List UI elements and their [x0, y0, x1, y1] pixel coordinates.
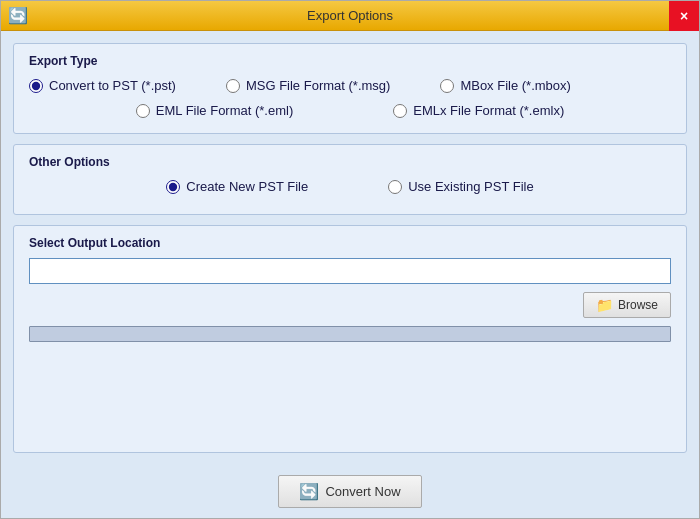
radio-new-pst[interactable]: Create New PST File: [166, 179, 308, 194]
app-icon: 🔄: [9, 7, 27, 25]
main-window: 🔄 Export Options × Export Type Convert t…: [0, 0, 700, 519]
radio-existing-pst[interactable]: Use Existing PST File: [388, 179, 533, 194]
close-button[interactable]: ×: [669, 1, 699, 31]
radio-new-pst-label: Create New PST File: [186, 179, 308, 194]
export-type-row-2: EML File Format (*.eml) EMLx File Format…: [29, 103, 671, 118]
title-bar: 🔄 Export Options ×: [1, 1, 699, 31]
browse-button[interactable]: 📁 Browse: [583, 292, 671, 318]
output-label: Select Output Location: [29, 236, 671, 250]
other-options-row: Create New PST File Use Existing PST Fil…: [29, 179, 671, 194]
radio-pst-label: Convert to PST (*.pst): [49, 78, 176, 93]
output-section: Select Output Location 📁 Browse: [13, 225, 687, 453]
export-type-label: Export Type: [29, 54, 671, 68]
progress-bar-container: [29, 326, 671, 342]
radio-eml[interactable]: EML File Format (*.eml): [136, 103, 293, 118]
radio-emlx-label: EMLx File Format (*.emlx): [413, 103, 564, 118]
convert-label: Convert Now: [325, 484, 400, 499]
radio-mbox-label: MBox File (*.mbox): [460, 78, 571, 93]
convert-icon: 🔄: [299, 482, 319, 501]
export-type-row-1: Convert to PST (*.pst) MSG File Format (…: [29, 78, 671, 93]
other-options-section: Other Options Create New PST File Use Ex…: [13, 144, 687, 215]
radio-eml-label: EML File Format (*.eml): [156, 103, 293, 118]
output-path-input[interactable]: [29, 258, 671, 284]
radio-existing-pst-label: Use Existing PST File: [408, 179, 533, 194]
radio-msg-label: MSG File Format (*.msg): [246, 78, 390, 93]
export-type-section: Export Type Convert to PST (*.pst) MSG F…: [13, 43, 687, 134]
content-area: Export Type Convert to PST (*.pst) MSG F…: [1, 31, 699, 465]
browse-row: 📁 Browse: [29, 292, 671, 318]
convert-now-button[interactable]: 🔄 Convert Now: [278, 475, 421, 508]
browse-label: Browse: [618, 298, 658, 312]
radio-mbox[interactable]: MBox File (*.mbox): [440, 78, 571, 93]
bottom-bar: 🔄 Convert Now: [1, 465, 699, 518]
other-options-label: Other Options: [29, 155, 671, 169]
radio-pst[interactable]: Convert to PST (*.pst): [29, 78, 176, 93]
window-title: Export Options: [307, 8, 393, 23]
folder-icon: 📁: [596, 297, 613, 313]
radio-msg[interactable]: MSG File Format (*.msg): [226, 78, 390, 93]
radio-emlx[interactable]: EMLx File Format (*.emlx): [393, 103, 564, 118]
